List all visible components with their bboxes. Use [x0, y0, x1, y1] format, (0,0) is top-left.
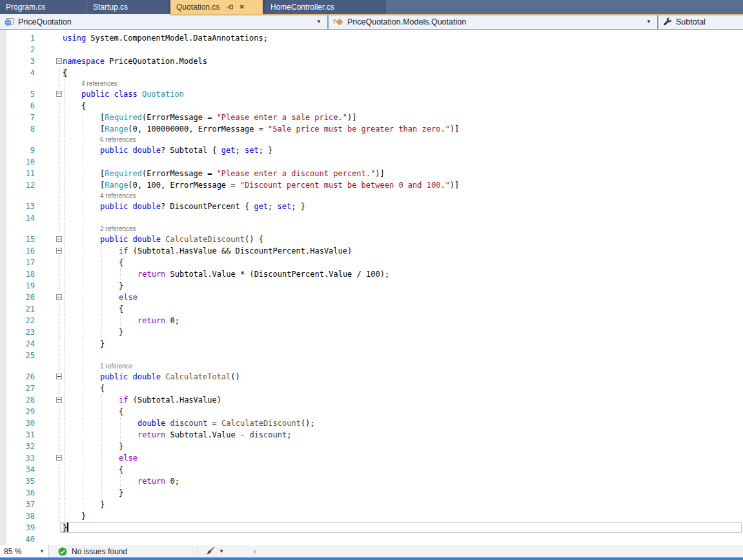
codelens-row: 4 references [0, 191, 743, 201]
code-text[interactable]: { [63, 303, 743, 315]
code-text[interactable]: [Range(0, 100000000, ErrorMessage = "Sal… [63, 123, 743, 135]
code-text[interactable]: return 0; [63, 315, 743, 326]
tab-program[interactable]: Program.cs [0, 0, 87, 14]
type-dropdown[interactable]: PriceQuotation.Models.Quotation ▼ [329, 14, 658, 29]
line-number: 18 [6, 268, 35, 280]
codelens-text[interactable]: 2 references [63, 224, 743, 234]
code-text[interactable]: public double CalculateTotal() [63, 371, 743, 383]
line-number: 16 [6, 245, 35, 257]
member-dropdown[interactable]: Subtotal [658, 14, 743, 29]
code-text[interactable]: { [63, 383, 743, 394]
code-line: 19} [0, 280, 743, 292]
fold-toggle-icon[interactable] [56, 58, 62, 64]
close-icon[interactable]: ✕ [239, 4, 244, 10]
code-cleanup-button[interactable]: ▼ [205, 546, 224, 556]
chevron-down-icon: ▼ [39, 548, 45, 554]
line-number: 25 [6, 350, 35, 361]
code-text[interactable]: [Required(ErrorMessage = "Please enter a… [63, 112, 743, 123]
code-line: 35return 0; [0, 475, 743, 487]
member-name: Subtotal [676, 17, 706, 26]
code-text[interactable]: [Range(0, 100, ErrorMessage = "Discount … [63, 179, 743, 191]
code-text[interactable]: { [63, 464, 743, 475]
code-editor[interactable]: 1using System.ComponentModel.DataAnnotat… [0, 30, 743, 545]
issues-indicator[interactable]: No issues found [58, 547, 127, 556]
code-text[interactable]: { [63, 406, 743, 417]
code-text[interactable]: [Required(ErrorMessage = "Please enter a… [63, 168, 743, 179]
code-text[interactable]: public double CalculateDiscount() { [63, 234, 743, 245]
codelens-text[interactable]: 4 references [63, 79, 743, 88]
code-text[interactable]: } [63, 499, 743, 510]
bottom-accent-bar [0, 557, 743, 560]
pin-icon[interactable] [226, 3, 234, 11]
code-text[interactable] [63, 350, 743, 361]
outline-margin [35, 383, 63, 394]
code-text[interactable]: } [63, 280, 743, 292]
fold-toggle-icon[interactable] [56, 248, 62, 254]
zoom-select[interactable]: 85 % ▼ [0, 545, 49, 557]
outline-margin [35, 315, 63, 326]
code-text[interactable]: namespace PriceQuotation.Models [63, 55, 743, 67]
code-line: 9public double? Subtotal { get; set; } [0, 145, 743, 156]
code-text[interactable]: } [63, 487, 743, 499]
fold-toggle-icon[interactable] [56, 91, 62, 97]
line-number: 38 [6, 510, 35, 522]
fold-toggle-icon[interactable] [56, 374, 62, 379]
code-line: 37} [0, 499, 743, 510]
code-text[interactable]: { [63, 67, 743, 79]
code-text[interactable]: if (Subtotal.HasValue) [63, 394, 743, 406]
outline-margin [35, 224, 63, 234]
line-number: 36 [6, 487, 35, 499]
outline-margin [35, 303, 63, 315]
scroll-left-arrow[interactable] [253, 549, 256, 554]
code-text[interactable]: return Subtotal.Value - discount; [63, 429, 743, 441]
wrench-icon [663, 17, 672, 26]
code-text[interactable] [63, 534, 743, 545]
outline-margin [35, 100, 63, 112]
line-number: 10 [6, 156, 35, 168]
line-number: 6 [6, 100, 35, 112]
tab-quotation-active[interactable]: Quotation.cs ✕ [170, 0, 263, 14]
code-text[interactable]: public class Quotation [63, 88, 743, 100]
code-text[interactable]: } [63, 338, 743, 350]
code-text[interactable] [63, 44, 743, 55]
fold-toggle-icon[interactable] [56, 397, 62, 403]
code-text[interactable]: else [63, 292, 743, 303]
fold-toggle-icon[interactable] [56, 455, 62, 461]
project-dropdown[interactable]: PriceQuotation ▼ [0, 14, 329, 29]
fold-toggle-icon[interactable] [56, 294, 62, 300]
code-line: 30double discount = CalculateDiscount(); [0, 417, 743, 429]
class-icon [333, 17, 343, 26]
code-text[interactable]: } [63, 326, 743, 338]
code-text[interactable]: { [63, 257, 743, 268]
code-line: 31return Subtotal.Value - discount; [0, 429, 743, 441]
editor-status-bar: 85 % ▼ No issues found ▼ [0, 545, 743, 557]
tab-homecontroller[interactable]: HomeController.cs [265, 0, 386, 14]
code-text[interactable]: double discount = CalculateDiscount(); [63, 417, 743, 429]
code-line: 39} [0, 522, 743, 534]
code-text[interactable]: } [63, 441, 743, 452]
code-text[interactable]: else [63, 452, 743, 464]
fold-toggle-icon[interactable] [56, 236, 62, 242]
line-number: 12 [6, 179, 35, 191]
code-line: 23} [0, 326, 743, 338]
code-text[interactable]: if (Subtotal.HasValue && DiscountPercent… [63, 245, 743, 257]
code-text[interactable]: public double? DiscountPercent { get; se… [63, 201, 743, 212]
line-number: 33 [6, 452, 35, 464]
code-text[interactable]: } [63, 522, 743, 534]
code-text[interactable]: public double? Subtotal { get; set; } [63, 145, 743, 156]
code-line: 38} [0, 510, 743, 522]
code-text[interactable] [63, 156, 743, 168]
codelens-text[interactable]: 4 references [63, 191, 743, 201]
codelens-text[interactable]: 1 reference [63, 361, 743, 371]
code-text[interactable]: return 0; [63, 475, 743, 487]
code-line: 25 [0, 350, 743, 361]
code-text[interactable]: { [63, 100, 743, 112]
code-text[interactable] [63, 212, 743, 224]
code-text[interactable]: using System.ComponentModel.DataAnnotati… [63, 32, 743, 44]
code-text[interactable]: } [63, 510, 743, 522]
codelens-text[interactable]: 6 references [63, 135, 743, 145]
code-line: 20else [0, 292, 743, 303]
code-text[interactable]: return Subtotal.Value * (DiscountPercent… [63, 268, 743, 280]
outline-margin [35, 499, 63, 510]
tab-startup[interactable]: Startup.cs [87, 0, 168, 14]
